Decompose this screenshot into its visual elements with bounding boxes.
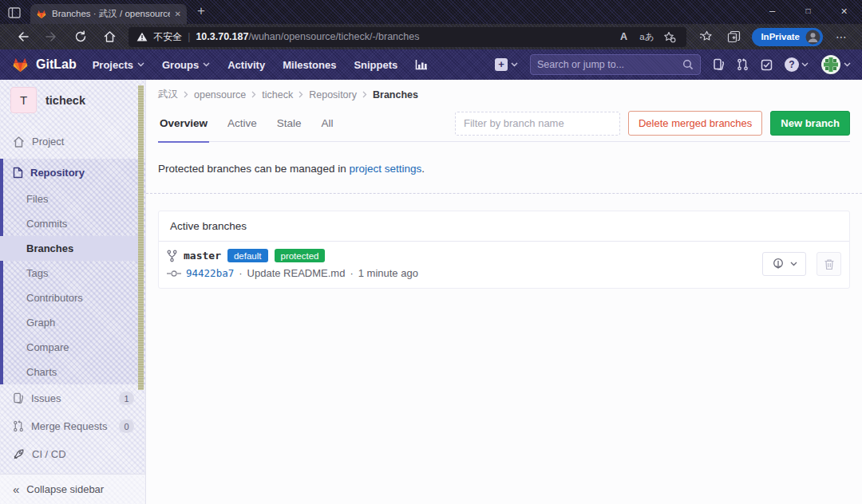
branch-title-line: master default protected [167, 249, 762, 262]
project-header[interactable]: T ticheck [0, 80, 145, 120]
forward-icon[interactable] [37, 26, 65, 47]
settings-more-icon[interactable]: ⋯ [829, 30, 854, 43]
merge-requests-icon[interactable] [737, 58, 749, 71]
new-branch-button[interactable]: New branch [770, 111, 850, 136]
collections-icon[interactable] [722, 26, 745, 47]
close-button[interactable]: ✕ [826, 0, 862, 22]
toolbar-right-group: InPrivate ⋯ [694, 26, 854, 47]
user-avatar-icon [820, 54, 841, 75]
page-content: T ticheck Project Repository Files Commi… [0, 80, 862, 504]
favorites-icon[interactable] [694, 26, 718, 47]
sidebar-item-compare[interactable]: Compare [3, 335, 145, 360]
chevron-down-icon [844, 62, 851, 67]
delete-branch-button[interactable] [817, 252, 841, 276]
collapse-chevrons-icon: « [13, 482, 19, 496]
new-menu-button[interactable]: + [495, 58, 518, 71]
branches-page: 武汉 opensource ticheck Repository Branche… [146, 80, 862, 504]
dot-separator: · [239, 267, 242, 279]
help-menu[interactable]: ? [785, 57, 809, 72]
translate-icon[interactable]: aあ [638, 28, 655, 45]
inprivate-badge[interactable]: InPrivate [752, 28, 823, 46]
browser-tab[interactable]: Branches · 武汉 / opensource / t ✕ [30, 4, 187, 24]
home-icon[interactable] [95, 26, 124, 47]
commit-message[interactable]: Update README.md [247, 267, 346, 279]
project-settings-link[interactable]: project settings [349, 163, 421, 175]
home-icon [13, 136, 25, 148]
nav-milestones[interactable]: Milestones [283, 59, 336, 71]
gitlab-navbar-right: + ? [495, 54, 851, 75]
chevron-down-icon [137, 62, 144, 67]
refresh-icon[interactable] [66, 26, 95, 47]
sidebar-item-cicd[interactable]: CI / CD [0, 440, 145, 468]
issues-icon[interactable] [713, 58, 725, 71]
breadcrumb-group[interactable]: 武汉 [158, 88, 178, 101]
address-bar[interactable]: 不安全 | 10.3.70.187/wuhan/opensource/tiche… [129, 27, 686, 47]
tab-stale[interactable]: Stale [275, 105, 303, 142]
breadcrumb-subgroup[interactable]: opensource [194, 89, 246, 100]
project-sidebar: T ticheck Project Repository Files Commi… [0, 80, 146, 504]
user-menu[interactable] [820, 54, 851, 75]
download-dropdown-button[interactable] [762, 252, 806, 276]
sidebar-item-repository[interactable]: Repository [3, 159, 145, 187]
sidebar-item-charts[interactable]: Charts [3, 360, 145, 384]
tab-actions-menu-icon[interactable] [7, 6, 22, 20]
window-controls: – □ ✕ [754, 0, 862, 22]
branch-name[interactable]: master [184, 250, 221, 262]
protected-branches-notice: Protected branches can be managed in pro… [158, 163, 850, 175]
nav-projects[interactable]: Projects [93, 59, 144, 71]
download-icon [772, 258, 785, 270]
sidebar-item-contributors[interactable]: Contributors [3, 285, 145, 310]
browser-toolbar: 不安全 | 10.3.70.187/wuhan/opensource/tiche… [0, 24, 862, 49]
cicd-label: CI / CD [32, 448, 66, 460]
todos-icon[interactable] [761, 59, 773, 71]
gitlab-logo[interactable]: GitLab [11, 56, 77, 73]
chevron-right-icon [184, 91, 188, 98]
maximize-button[interactable]: □ [790, 0, 826, 22]
branches-tabs-row: Overview Active Stale All Delete merged … [158, 105, 850, 142]
commit-sha-link[interactable]: 94422ba7 [186, 267, 234, 279]
sidebar-item-merge-requests[interactable]: Merge Requests 0 [0, 412, 145, 440]
charts-label: Charts [26, 366, 57, 378]
tab-overview[interactable]: Overview [158, 105, 209, 142]
search-input[interactable] [537, 59, 682, 70]
nav-snippets[interactable]: Snippets [354, 59, 397, 71]
delete-merged-branches-button[interactable]: Delete merged branches [628, 111, 762, 136]
filter-branch-input[interactable] [455, 112, 620, 136]
tab-all[interactable]: All [320, 105, 335, 142]
breadcrumb-project[interactable]: ticheck [262, 89, 293, 100]
collapse-sidebar-button[interactable]: « Collapse sidebar [0, 474, 145, 504]
trash-icon [824, 258, 835, 270]
back-icon[interactable] [8, 26, 37, 47]
new-tab-button[interactable]: + [197, 3, 205, 19]
add-favorite-star-icon[interactable] [661, 28, 678, 45]
sidebar-scrollbar[interactable] [138, 85, 144, 390]
nav-projects-label: Projects [93, 59, 133, 71]
sidebar-item-commits[interactable]: Commits [3, 211, 145, 236]
not-secure-label[interactable]: 不安全 [153, 30, 182, 44]
commit-icon [167, 270, 181, 278]
tab-close-icon[interactable]: ✕ [175, 10, 181, 18]
global-search[interactable] [530, 54, 701, 75]
chevron-down-icon [203, 62, 210, 67]
branch-info: master default protected 94422ba7 · Upda… [167, 249, 762, 279]
graph-label: Graph [26, 317, 55, 329]
nav-activity[interactable]: Activity [227, 59, 265, 71]
minimize-button[interactable]: – [754, 0, 790, 22]
sidebar-item-branches[interactable]: Branches [0, 236, 145, 261]
sidebar-item-tags[interactable]: Tags [3, 261, 145, 285]
sidebar-item-issues[interactable]: Issues 1 [0, 384, 145, 412]
active-branches-header: Active branches [159, 211, 849, 242]
tab-active[interactable]: Active [226, 105, 259, 142]
compare-label: Compare [26, 341, 69, 353]
search-icon [682, 59, 694, 70]
breadcrumb-repository[interactable]: Repository [309, 89, 357, 100]
nav-groups[interactable]: Groups [162, 59, 210, 71]
merge-requests-icon [13, 420, 24, 432]
sidebar-item-files[interactable]: Files [3, 187, 145, 211]
sidebar-item-project[interactable]: Project [0, 130, 145, 153]
statistics-chart-icon[interactable] [415, 59, 428, 70]
default-badge: default [227, 249, 268, 262]
read-aloud-icon[interactable]: A [615, 28, 632, 45]
nav-groups-label: Groups [162, 59, 199, 71]
sidebar-item-graph[interactable]: Graph [3, 310, 145, 335]
